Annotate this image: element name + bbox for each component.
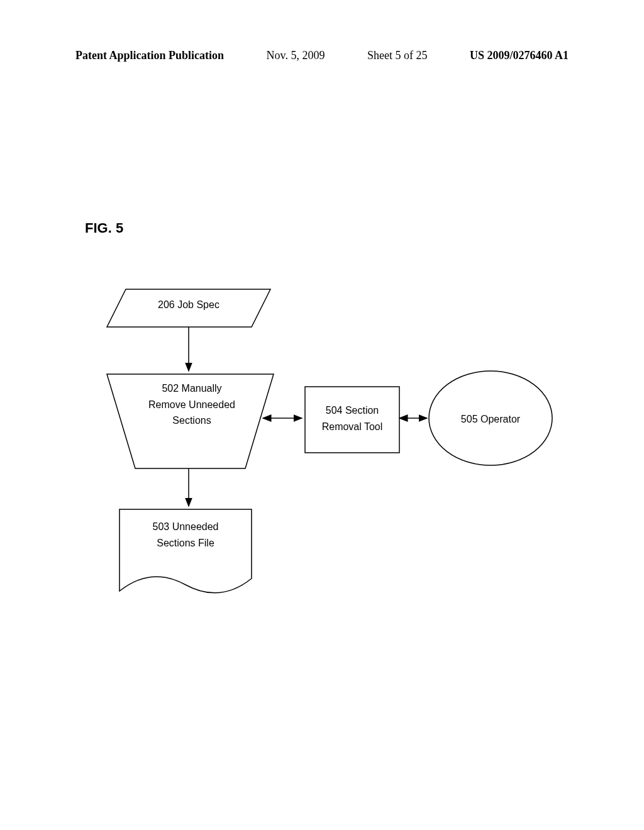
- page-header: Patent Application Publication Nov. 5, 2…: [0, 49, 644, 62]
- label-job-spec: 206 Job Spec: [138, 297, 239, 313]
- label-manual-remove: 502 Manually Remove Unneeded Sections: [145, 380, 239, 429]
- label-operator: 505 Operator: [447, 411, 535, 428]
- figure-title: FIG. 5: [85, 220, 123, 236]
- flowchart-svg: [101, 283, 566, 610]
- label-unneeded-file: 503 Unneeded Sections File: [132, 519, 239, 551]
- header-date: Nov. 5, 2009: [267, 49, 325, 62]
- label-removal-tool: 504 Section Removal Tool: [308, 402, 396, 434]
- flowchart-diagram: 206 Job Spec 502 Manually Remove Unneede…: [101, 283, 566, 610]
- header-sheet: Sheet 5 of 25: [367, 49, 427, 62]
- header-pubnum: US 2009/0276460 A1: [470, 49, 569, 62]
- header-pub-label: Patent Application Publication: [75, 49, 224, 62]
